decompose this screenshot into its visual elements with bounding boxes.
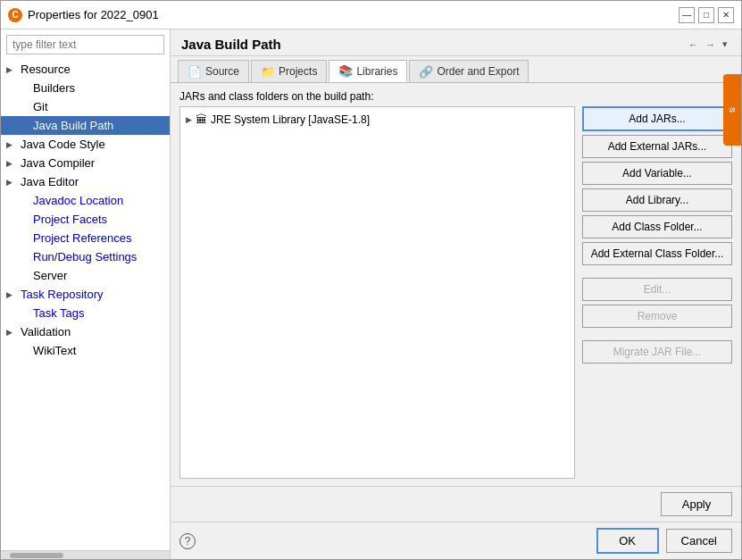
tab-libraries[interactable]: 📚 Libraries	[329, 60, 407, 82]
tree-area: ▶ Resource Builders Git Java Build Path …	[1, 60, 170, 550]
sidebar-item-label: Java Build Path	[33, 119, 113, 132]
edit-button[interactable]: Edit...	[582, 278, 732, 301]
panel-nav: ← → ▾	[686, 38, 730, 51]
minimize-button[interactable]: —	[679, 7, 695, 23]
app-icon: C	[8, 8, 22, 22]
sidebar: ▶ Resource Builders Git Java Build Path …	[1, 29, 171, 559]
list-item[interactable]: ▶ 🏛 JRE System Library [JavaSE-1.8]	[182, 109, 572, 130]
build-path-description: JARs and class folders on the build path…	[179, 90, 732, 103]
sidebar-item-label: Resource	[21, 63, 71, 76]
build-path-main: ▶ 🏛 JRE System Library [JavaSE-1.8] Add …	[179, 106, 732, 479]
expand-arrow: ▶	[6, 140, 17, 149]
button-divider	[582, 269, 732, 274]
projects-tab-icon: 📁	[261, 65, 275, 79]
sidebar-item-label: Java Compiler	[21, 156, 95, 170]
libraries-tab-icon: 📚	[338, 64, 353, 78]
add-class-folder-button[interactable]: Add Class Folder...	[582, 215, 732, 238]
tab-order-and-export[interactable]: 🔗 Order and Export	[409, 60, 529, 82]
action-buttons: Add JARs... Add External JARs... Add Var…	[582, 106, 732, 479]
window-title: Properties for 2022_0901	[28, 8, 159, 21]
migrate-jar-button[interactable]: Migrate JAR File...	[582, 340, 732, 364]
add-library-button[interactable]: Add Library...	[582, 188, 732, 212]
close-button[interactable]: ✕	[718, 7, 734, 23]
sidebar-item-label: Git	[33, 100, 48, 113]
maximize-button[interactable]: □	[698, 7, 714, 23]
add-jars-button[interactable]: Add JARs...	[582, 106, 732, 131]
expand-arrow: ▶	[6, 328, 17, 337]
jars-list[interactable]: ▶ 🏛 JRE System Library [JavaSE-1.8]	[179, 106, 575, 479]
item-expand-arrow: ▶	[186, 115, 192, 124]
sidebar-item-java-build-path[interactable]: Java Build Path	[1, 116, 170, 135]
panel-header: Java Build Path ← → ▾	[171, 29, 741, 56]
right-panel: Java Build Path ← → ▾ 📄 Source 📁 Project…	[171, 29, 741, 559]
add-external-jars-button[interactable]: Add External JARs...	[582, 135, 732, 158]
tabs-row: 📄 Source 📁 Projects 📚 Libraries 🔗 Order …	[171, 56, 741, 83]
sidebar-item-java-editor[interactable]: ▶ Java Editor	[1, 172, 170, 191]
sidebar-item-label: Server	[33, 269, 67, 282]
sidebar-item-label: Task Repository	[21, 288, 103, 301]
nav-forward-button[interactable]: →	[703, 38, 718, 51]
sidebar-item-task-tags[interactable]: Task Tags	[1, 304, 170, 322]
sidebar-item-server[interactable]: Server	[1, 266, 170, 285]
sidebar-item-label: Project Facets	[33, 213, 107, 226]
sidebar-item-builders[interactable]: Builders	[1, 79, 170, 97]
source-tab-icon: 📄	[188, 65, 202, 79]
sidebar-item-project-facets[interactable]: Project Facets	[1, 210, 170, 229]
sidebar-item-label: Java Code Style	[21, 138, 105, 151]
tab-projects[interactable]: 📁 Projects	[251, 60, 327, 82]
cancel-button[interactable]: Cancel	[666, 529, 732, 553]
properties-dialog: C Properties for 2022_0901 — □ ✕ ▶ Resou…	[0, 0, 742, 560]
tab-order-label: Order and Export	[437, 65, 519, 78]
window-controls: — □ ✕	[679, 7, 734, 23]
tab-source[interactable]: 📄 Source	[178, 60, 249, 82]
sidebar-item-label: Task Tags	[33, 306, 85, 320]
expand-arrow: ▶	[6, 65, 17, 74]
sidebar-item-task-repository[interactable]: ▶ Task Repository	[1, 285, 170, 304]
sidebar-item-label: Javadoc Location	[33, 194, 123, 207]
tab-projects-label: Projects	[279, 65, 317, 78]
title-bar-left: C Properties for 2022_0901	[8, 8, 159, 22]
sidebar-item-run-debug-settings[interactable]: Run/Debug Settings	[1, 247, 170, 266]
sidebar-item-java-code-style[interactable]: ▶ Java Code Style	[1, 135, 170, 154]
tab-source-label: Source	[205, 65, 239, 78]
main-content: ▶ Resource Builders Git Java Build Path …	[1, 29, 741, 559]
sidebar-item-label: Builders	[33, 81, 75, 95]
sidebar-item-java-compiler[interactable]: ▶ Java Compiler	[1, 154, 170, 172]
sidebar-item-javadoc-location[interactable]: Javadoc Location	[1, 191, 170, 210]
panel-title: Java Build Path	[181, 37, 281, 52]
nav-back-button[interactable]: ←	[686, 38, 701, 51]
apply-button[interactable]: Apply	[661, 492, 732, 516]
order-tab-icon: 🔗	[419, 65, 433, 79]
ok-cancel-row: ? OK Cancel	[171, 522, 741, 559]
jre-icon: 🏛	[196, 113, 207, 126]
remove-button[interactable]: Remove	[582, 305, 732, 328]
filter-input[interactable]	[6, 35, 164, 54]
expand-arrow: ▶	[6, 290, 17, 299]
build-path-area: JARs and class folders on the build path…	[171, 83, 741, 486]
sidebar-item-label: WikiText	[33, 344, 76, 357]
sidebar-scrollbar[interactable]	[1, 550, 170, 559]
help-button[interactable]: ?	[179, 533, 196, 549]
sidebar-item-label: Java Editor	[21, 175, 79, 188]
ok-button[interactable]: OK	[596, 528, 659, 554]
title-bar: C Properties for 2022_0901 — □ ✕	[1, 1, 741, 29]
expand-arrow: ▶	[6, 178, 17, 187]
sidebar-item-label: Project References	[33, 231, 132, 245]
scrollbar-thumb	[10, 553, 63, 558]
eclipse-logo-accent: S	[723, 74, 741, 146]
add-variable-button[interactable]: Add Variable...	[582, 162, 732, 185]
sidebar-item-label: Validation	[21, 325, 71, 339]
expand-arrow: ▶	[6, 159, 17, 168]
sidebar-item-resource[interactable]: ▶ Resource	[1, 60, 170, 79]
bottom-bar: Apply ? OK Cancel	[171, 486, 741, 559]
sidebar-item-git[interactable]: Git	[1, 97, 170, 116]
tab-libraries-label: Libraries	[356, 65, 397, 78]
add-external-class-folder-button[interactable]: Add External Class Folder...	[582, 242, 732, 265]
sidebar-item-project-references[interactable]: Project References	[1, 229, 170, 247]
sidebar-item-label: Run/Debug Settings	[33, 250, 137, 263]
apply-row: Apply	[171, 487, 741, 522]
sidebar-item-validation[interactable]: ▶ Validation	[1, 322, 170, 341]
nav-menu-button[interactable]: ▾	[720, 38, 730, 51]
sidebar-item-wikitext[interactable]: WikiText	[1, 341, 170, 360]
button-divider-2	[582, 331, 732, 337]
